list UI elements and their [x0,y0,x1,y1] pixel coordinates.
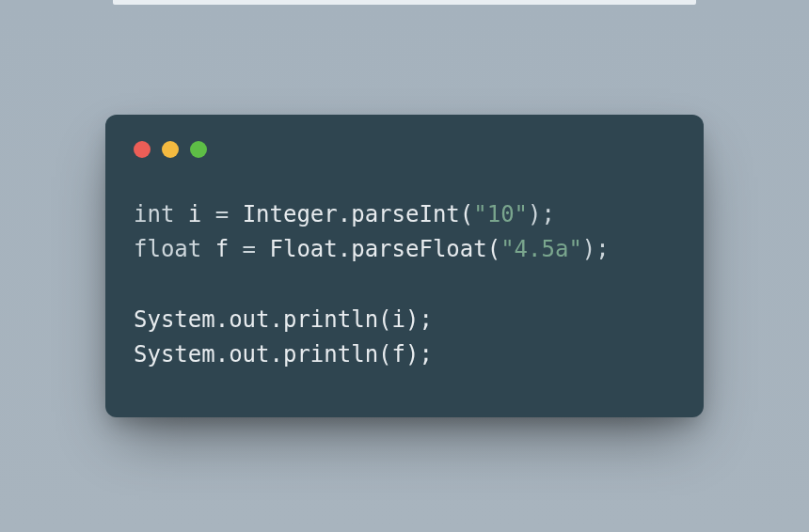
code-punct: ); [528,201,555,227]
code-keyword: float [134,236,201,262]
code-block: int i = Integer.parseInt("10"); float f … [134,197,675,372]
maximize-icon[interactable] [190,141,207,158]
code-punct: ); [582,236,610,262]
code-string: "10" [473,201,528,227]
code-line: System.out.println(f); [134,341,433,368]
code-string: "4.5a" [500,236,582,262]
code-window: int i = Integer.parseInt("10"); float f … [105,115,704,417]
page-top-edge [113,0,696,5]
code-call: Float.parseFloat( [270,236,501,262]
code-punct: = [229,236,269,262]
code-keyword: int [134,201,174,227]
minimize-icon[interactable] [162,141,179,158]
code-line: System.out.println(i); [134,306,433,333]
code-identifier: f [215,236,229,262]
code-punct: = [201,201,242,227]
code-identifier: i [188,201,201,227]
close-icon[interactable] [134,141,151,158]
code-call: Integer.parseInt( [243,201,474,227]
window-controls [134,141,675,158]
